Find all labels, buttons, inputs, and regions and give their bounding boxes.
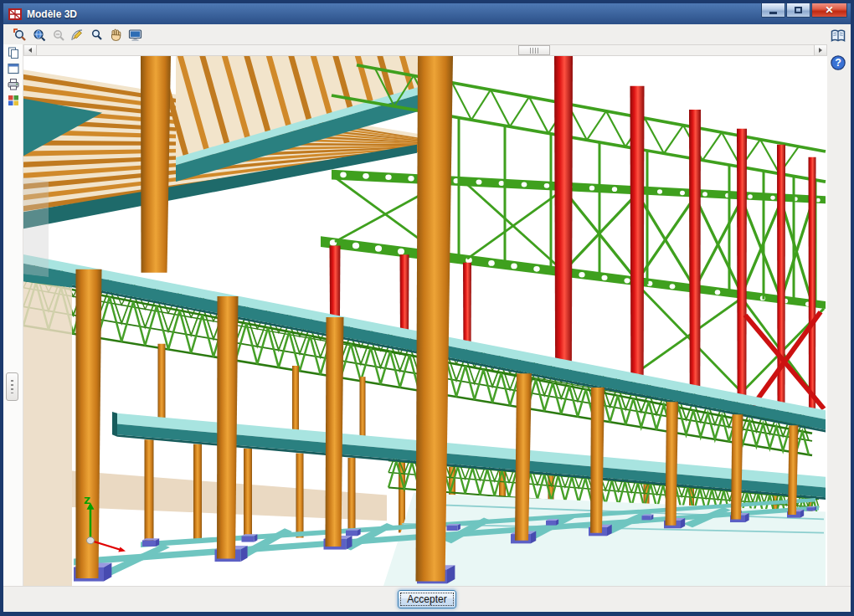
window-title: Modèle 3D	[27, 8, 77, 20]
minimize-button[interactable]	[761, 3, 785, 18]
pan-hand-icon	[109, 28, 123, 42]
render-options-icon	[7, 94, 20, 107]
accept-button[interactable]: Accepter	[398, 590, 456, 608]
monitor-icon	[128, 28, 142, 42]
measure-angle-icon	[70, 28, 85, 42]
zoom-extents-button[interactable]	[31, 26, 48, 43]
window-icon	[7, 62, 20, 75]
grip-dots-icon	[11, 380, 13, 393]
close-button[interactable]: ✕	[811, 3, 847, 18]
close-icon: ✕	[825, 5, 833, 15]
zoom-window-button[interactable]	[12, 26, 28, 43]
right-rail: ?	[827, 24, 851, 586]
titlebar[interactable]: Modèle 3D ✕	[3, 3, 851, 24]
scroll-track[interactable]	[37, 45, 814, 55]
zoom-extents-icon	[32, 28, 46, 42]
left-rail	[3, 44, 23, 586]
pan-button[interactable]	[108, 26, 125, 43]
window-controls: ✕	[761, 3, 847, 18]
footer-bar: Accepter	[3, 586, 851, 612]
render-options-button[interactable]	[5, 93, 22, 108]
scroll-thumb[interactable]	[518, 45, 550, 55]
help-icon: ?	[830, 54, 846, 71]
svg-text:?: ?	[835, 57, 841, 69]
zoom-previous-button[interactable]	[50, 26, 67, 43]
scroll-right-button[interactable]	[814, 45, 826, 55]
view-toolbar	[3, 24, 827, 44]
splitter-handle[interactable]	[6, 372, 18, 401]
maximize-icon	[795, 7, 802, 13]
book-icon	[830, 28, 846, 44]
manual-button[interactable]	[830, 27, 848, 45]
new-window-button[interactable]	[5, 61, 22, 76]
minimize-icon	[769, 12, 777, 14]
arrow-right-icon	[819, 48, 822, 53]
print-button[interactable]	[5, 77, 22, 92]
help-button[interactable]: ?	[830, 54, 848, 72]
copy-icon	[7, 46, 20, 59]
scroll-left-button[interactable]	[24, 45, 37, 55]
model-3d-scene[interactable]: Z	[23, 56, 827, 586]
maximize-button[interactable]	[786, 3, 810, 18]
viewport-3d[interactable]: Z	[23, 56, 827, 586]
measure-angle-button[interactable]	[69, 26, 86, 43]
arrow-left-icon	[28, 48, 32, 53]
horizontal-scrollbar[interactable]	[23, 44, 827, 56]
capture-view-button[interactable]	[127, 26, 144, 43]
zoom-window-icon	[13, 28, 27, 42]
copy-view-button[interactable]	[5, 45, 22, 60]
app-icon	[8, 8, 22, 21]
printer-icon	[7, 78, 20, 91]
model-3d-window: Modèle 3D ✕	[0, 0, 854, 616]
thumb-grip-icon	[530, 48, 538, 54]
zoom-previous-icon	[51, 28, 65, 42]
zoom-realtime-button[interactable]	[89, 26, 105, 43]
zoom-realtime-icon	[90, 28, 104, 42]
window-content: ?	[3, 24, 851, 612]
axis-z-label: Z	[84, 496, 90, 506]
